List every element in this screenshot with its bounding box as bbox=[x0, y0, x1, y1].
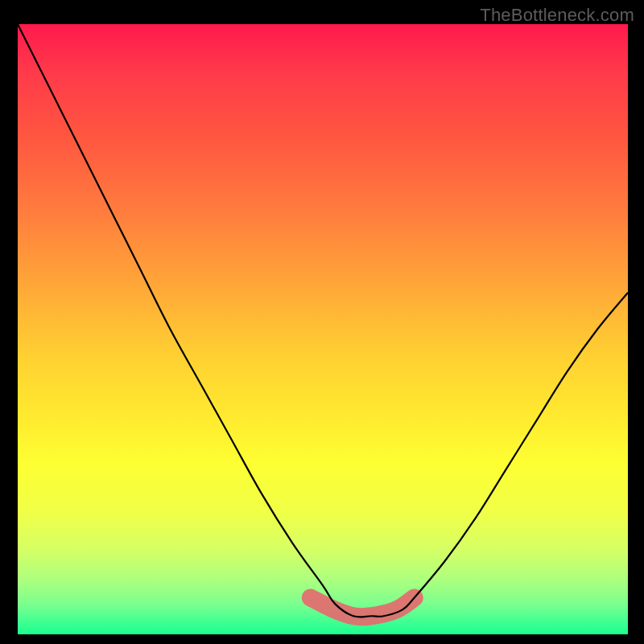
chart-container: TheBottleneck.com bbox=[0, 0, 644, 644]
curve-svg bbox=[18, 24, 628, 634]
watermark-text: TheBottleneck.com bbox=[480, 5, 634, 26]
plot-area bbox=[18, 24, 628, 634]
bottleneck-curve-line bbox=[18, 24, 628, 617]
optimal-highlight-band bbox=[311, 598, 415, 617]
